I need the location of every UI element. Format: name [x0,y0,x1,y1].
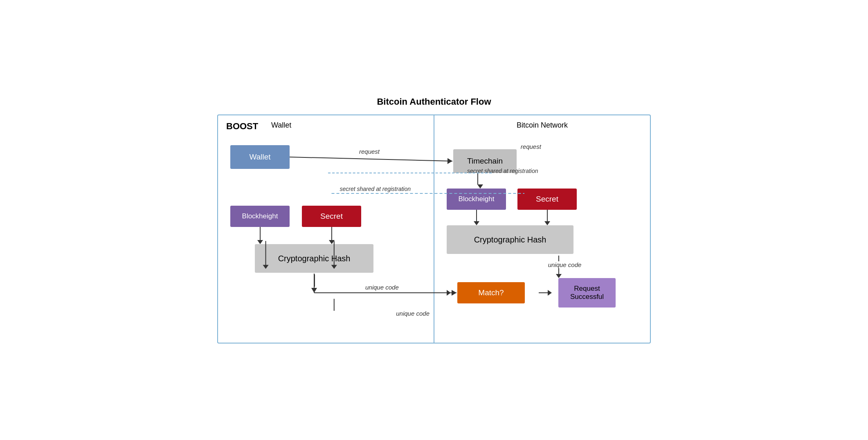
arrow-bh-head [257,240,263,244]
arrow-rbh-head [474,221,479,225]
arrow-rsec-head [544,221,550,225]
left-crypto-hash-box: Cryptographic Hash [255,244,373,273]
arrow-sec-head [329,240,335,244]
left-blockheight-col: Blockheight [230,206,290,244]
left-secret-box: Secret [302,206,361,227]
arrow-rs-h [539,292,548,293]
arrow-tc-v [477,173,478,184]
unique-code-section [255,273,315,287]
right-bh-col: Blockheight [447,189,506,225]
right-crypto-hash-box: Cryptographic Hash [447,225,573,254]
boost-label: BOOST [226,121,258,132]
match-row: Match? Request Successful [447,278,638,308]
match-box: Match? [457,282,525,303]
right-unique-code-label: unique code [548,261,582,268]
left-blockheight-secret-row: Blockheight Secret [230,206,361,244]
arrow-sec-down [331,227,332,240]
right-content: Timechain request secret shared at regis… [447,145,638,308]
match-to-rs-arrow [539,290,552,296]
outer-box: BOOST Wallet Wallet [217,114,651,343]
unique-code-label-left: unique code [396,310,430,317]
arrow-rs-head [548,290,552,296]
right-secret-col: Secret [517,189,577,225]
left-content: Wallet Blockheight Secret [230,145,421,287]
unique-code-arrow-row [255,274,315,287]
arrow-ruc-head [556,274,562,278]
right-secret-box: Secret [517,189,577,210]
left-panel: BOOST Wallet Wallet [218,115,434,343]
bitcoin-network-label: Bitcoin Network [517,121,568,130]
page-title: Bitcoin Authenticator Flow [217,97,651,107]
right-unique-code-col: unique code [479,256,638,278]
request-successful-box: Request Successful [558,278,616,308]
wallet-box: Wallet [230,145,290,169]
left-crypto-row: Cryptographic Hash [255,244,373,273]
arrow-tc-head [477,184,483,189]
spacer2 [531,292,532,293]
arrow-ruc-v2 [558,268,559,274]
arrow-rbh-v [476,210,477,221]
right-blockheight-box: Blockheight [447,189,506,210]
arrow-bh-down [260,227,261,240]
left-secret-col: Secret [302,206,361,244]
left-blockheight-box: Blockheight [230,206,290,227]
right-bh-secret-row: Blockheight Secret [447,189,638,225]
timechain-down-arrow [477,173,638,189]
arrow-request-head [447,158,452,164]
left-row1: Wallet [230,145,290,169]
right-panel: Bitcoin Network Timechain request secret… [434,115,650,343]
page-wrapper: Bitcoin Authenticator Flow BOOST Wallet [217,97,651,343]
wallet-section-label: Wallet [271,121,291,130]
arrow-ruc-v1 [558,256,559,261]
right-crypto-hash-row: Cryptographic Hash [447,225,638,254]
dashed-secret-arrow [328,173,492,173]
request-label: request [521,143,541,150]
arrow-uc-v [314,274,315,287]
arrow-match-in-head [447,290,451,296]
arrow-rsec-v [547,210,548,221]
